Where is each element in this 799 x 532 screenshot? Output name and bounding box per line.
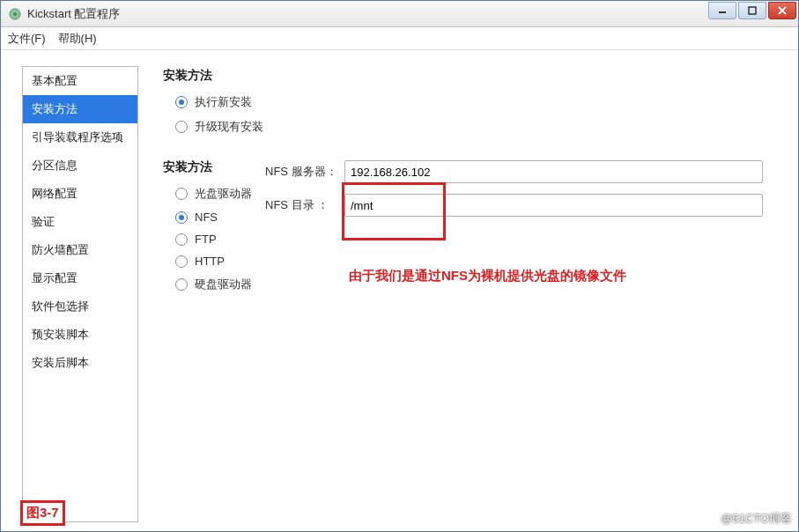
nfs-fields: NFS 服务器： NFS 目录 ： bbox=[265, 160, 763, 227]
app-window: Kickstart 配置程序 文件(F) 帮助(H) 基本配置 安装方法 引导装… bbox=[0, 0, 799, 532]
nfs-dir-label: NFS 目录 ： bbox=[265, 197, 344, 213]
close-button[interactable] bbox=[768, 2, 796, 19]
radio-label: HTTP bbox=[195, 255, 225, 268]
sidebar-item-bootloader[interactable]: 引导装载程序选项 bbox=[23, 123, 137, 151]
sidebar-item-install-method[interactable]: 安装方法 bbox=[23, 95, 137, 123]
radio-ftp[interactable]: FTP bbox=[163, 233, 781, 246]
nfs-server-row: NFS 服务器： bbox=[265, 160, 763, 183]
sidebar-item-network[interactable]: 网络配置 bbox=[23, 180, 137, 208]
radio-http[interactable]: HTTP bbox=[163, 255, 781, 268]
sidebar-item-partition[interactable]: 分区信息 bbox=[23, 151, 137, 180]
radio-label: 硬盘驱动器 bbox=[195, 277, 252, 292]
menu-file[interactable]: 文件(F) bbox=[8, 31, 46, 47]
sidebar-item-display[interactable]: 显示配置 bbox=[23, 264, 137, 292]
sidebar-item-auth[interactable]: 验证 bbox=[23, 208, 137, 236]
nfs-server-label: NFS 服务器： bbox=[265, 164, 344, 180]
radio-icon bbox=[175, 211, 188, 224]
nfs-dir-row: NFS 目录 ： bbox=[265, 194, 763, 217]
radio-icon bbox=[175, 121, 188, 133]
watermark: @51CTO博客 bbox=[721, 511, 792, 527]
figure-label: 图3-7 bbox=[20, 500, 65, 526]
sidebar-item-firewall[interactable]: 防火墙配置 bbox=[23, 236, 137, 264]
main-panel: 安装方法 执行新安装 升级现有安装 安装方法 光盘驱动器 NFS FT bbox=[138, 66, 781, 522]
menubar: 文件(F) 帮助(H) bbox=[1, 27, 798, 50]
radio-upgrade-install[interactable]: 升级现有安装 bbox=[163, 119, 781, 135]
radio-label: 光盘驱动器 bbox=[195, 186, 252, 202]
radio-label: 执行新安装 bbox=[195, 94, 252, 110]
radio-icon bbox=[175, 188, 188, 200]
radio-label: FTP bbox=[195, 233, 217, 246]
sidebar-item-packages[interactable]: 软件包选择 bbox=[23, 292, 137, 321]
annotation-text: 由于我们是通过NFS为裸机提供光盘的镜像文件 bbox=[349, 268, 626, 284]
nfs-dir-input[interactable] bbox=[344, 194, 763, 217]
svg-rect-3 bbox=[749, 7, 756, 14]
radio-fresh-install[interactable]: 执行新安装 bbox=[163, 94, 781, 110]
window-controls bbox=[707, 2, 796, 21]
radio-icon bbox=[175, 255, 188, 268]
menu-help[interactable]: 帮助(H) bbox=[58, 31, 97, 47]
nfs-server-input[interactable] bbox=[344, 160, 763, 183]
radio-label: NFS bbox=[195, 211, 218, 224]
radio-icon bbox=[175, 233, 188, 246]
svg-point-1 bbox=[13, 12, 17, 16]
radio-label: 升级现有安装 bbox=[195, 119, 263, 135]
sidebar-item-basic[interactable]: 基本配置 bbox=[23, 67, 137, 95]
minimize-button[interactable] bbox=[708, 2, 736, 19]
maximize-button[interactable] bbox=[738, 2, 766, 19]
window-title: Kickstart 配置程序 bbox=[27, 6, 707, 22]
sidebar-item-postscript[interactable]: 安装后脚本 bbox=[23, 349, 137, 377]
radio-icon bbox=[175, 278, 188, 291]
install-type-title: 安装方法 bbox=[163, 68, 781, 84]
radio-icon bbox=[175, 96, 188, 108]
app-icon bbox=[8, 7, 22, 21]
sidebar-item-prescript[interactable]: 预安装脚本 bbox=[23, 321, 137, 349]
content-area: 基本配置 安装方法 引导装载程序选项 分区信息 网络配置 验证 防火墙配置 显示… bbox=[1, 50, 798, 531]
sidebar: 基本配置 安装方法 引导装载程序选项 分区信息 网络配置 验证 防火墙配置 显示… bbox=[22, 66, 138, 522]
titlebar: Kickstart 配置程序 bbox=[1, 1, 798, 27]
